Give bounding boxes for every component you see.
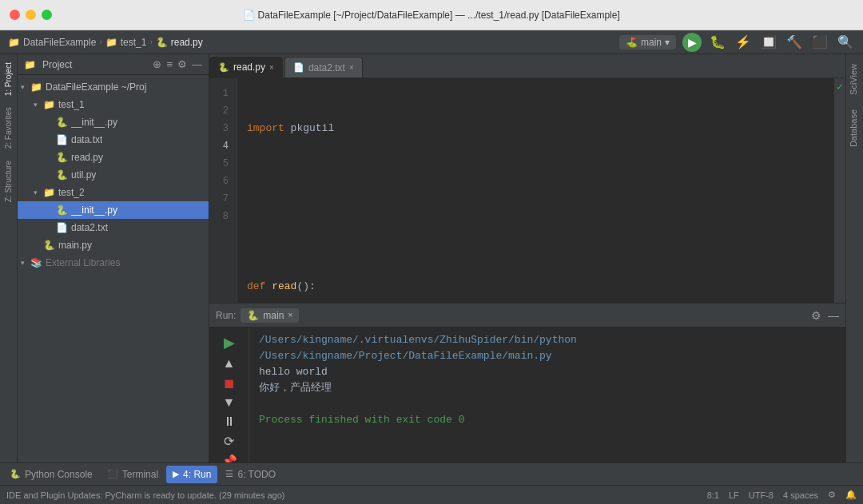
run-tab-icon-bottom: ▶ <box>173 469 179 479</box>
run-panel-icons: ⚙ — <box>811 309 839 322</box>
python-icon-util: 🐍 <box>56 169 68 181</box>
status-indent[interactable]: 4 spaces <box>783 490 818 500</box>
kw-import: import <box>247 122 291 134</box>
run-tab-icon: 🐍 <box>247 310 259 321</box>
run-output-line-1: hello world <box>259 364 836 380</box>
code-editor[interactable]: 1 2 3 4 5 6 7 8 import pkgutil def read(… <box>209 78 845 303</box>
status-linesep[interactable]: LF <box>729 490 739 500</box>
titlebar-title: 📄 DataFileExample [~/Project/DataFileExa… <box>243 10 620 21</box>
terminal-icon: ⬛ <box>107 469 118 479</box>
code-line-2 <box>247 173 828 190</box>
tree-settings-icon[interactable]: ⚙ <box>177 58 187 70</box>
list-item[interactable]: 🐍 util.py <box>18 166 209 184</box>
sidebar-item-structure[interactable]: Z: Structure <box>2 156 14 207</box>
python-console-icon: 🐍 <box>10 469 21 479</box>
tab-data2-txt[interactable]: 📄 data2.txt × <box>284 57 363 77</box>
run-pin-button[interactable]: 📌 <box>219 454 240 462</box>
tree-add-icon[interactable]: ⊕ <box>153 58 161 70</box>
build-button[interactable]: 🔨 <box>785 33 804 51</box>
tab-read-py[interactable]: 🐍 read.py × <box>209 57 283 77</box>
line-numbers: 1 2 3 4 5 6 7 8 <box>209 78 237 303</box>
list-item[interactable]: 📄 data.txt <box>18 131 209 149</box>
breadcrumb-label-file: read.py <box>171 37 203 48</box>
run-stop-button[interactable]: ◼ <box>219 375 240 391</box>
run-play-button[interactable]: ▶ <box>219 334 240 351</box>
list-item[interactable]: ▾ 📁 test_1 <box>18 96 209 113</box>
status-encoding[interactable]: UTF-8 <box>749 490 774 500</box>
tab-close-data2[interactable]: × <box>349 63 354 72</box>
tree-header-icons: ⊕ ≡ ⚙ — <box>153 58 202 70</box>
sidebar-item-favorites[interactable]: 2: Favorites <box>2 102 14 153</box>
right-sidebar: SciView Database <box>845 54 863 462</box>
tab-close-read[interactable]: × <box>269 63 274 72</box>
status-settings-icon[interactable]: ⚙ <box>828 490 836 500</box>
run-label: Run: <box>216 310 236 321</box>
run-output-line-4: Process finished with exit code 0 <box>259 412 836 428</box>
run-button[interactable]: ▶ <box>682 33 702 52</box>
breadcrumb-item-file[interactable]: 🐍 read.py <box>156 37 203 48</box>
run-side-controls: ▶ ▲ ◼ ▼ ⏸ ⟳ 📌 <box>209 327 249 462</box>
sidebar-item-sciview[interactable]: SciView <box>846 58 863 101</box>
run-up-button[interactable]: ▲ <box>219 356 240 371</box>
run-rerun-button[interactable]: ⟳ <box>219 434 240 449</box>
profile-button[interactable]: ⚡ <box>734 33 753 51</box>
run-settings-icon[interactable]: ⚙ <box>811 309 821 322</box>
run-body: ▶ ▲ ◼ ▼ ⏸ ⟳ 📌 /Users/kingname/.virtualen… <box>209 327 845 462</box>
breadcrumb-item-test1[interactable]: 📁 test_1 <box>105 37 147 48</box>
tab-python-console[interactable]: 🐍 Python Console <box>3 466 99 483</box>
tree-collapse-icon[interactable]: ≡ <box>166 58 173 70</box>
list-item[interactable]: ▾ 📁 test_2 <box>18 184 209 201</box>
run-minimize-icon[interactable]: — <box>828 309 839 322</box>
tab-todo[interactable]: ☰ 6: TODO <box>219 466 282 483</box>
app-container: 📄 DataFileExample [~/Project/DataFileExa… <box>0 0 863 504</box>
run-pause-button[interactable]: ⏸ <box>219 415 240 429</box>
folder-icon-test1: 📁 <box>43 99 55 110</box>
maximize-button[interactable] <box>42 10 52 20</box>
line-num-7: 7 <box>209 190 232 208</box>
stop-button[interactable]: ⬛ <box>810 33 829 51</box>
tab-label-terminal: Terminal <box>122 469 158 480</box>
file-tree-title: Project <box>42 59 146 70</box>
folder-icon-test2: 📁 <box>43 187 55 198</box>
list-item[interactable]: 🐍 read.py <box>18 149 209 166</box>
branch-selector[interactable]: ⛳ main ▾ <box>619 35 676 50</box>
tab-run[interactable]: ▶ 4: Run <box>166 466 217 483</box>
run-output: /Users/kingname/.virtualenvs/ZhihuSpider… <box>249 327 845 462</box>
status-message: IDE and Plugin Updates: PyCharm is ready… <box>6 490 704 500</box>
txt-icon-data2: 📄 <box>56 222 68 233</box>
line-num-5: 5 <box>209 155 232 173</box>
tree-label-test1: test_1 <box>58 99 85 110</box>
list-item[interactable]: 🐍 __init__.py <box>18 201 209 219</box>
list-item[interactable]: 🐍 __init__.py <box>18 113 209 131</box>
list-item[interactable]: 📄 data2.txt <box>18 219 209 236</box>
status-notif-icon[interactable]: 🔔 <box>845 490 857 500</box>
titlebar: 📄 DataFileExample [~/Project/DataFileExa… <box>0 0 863 30</box>
tree-close-icon[interactable]: — <box>192 58 202 70</box>
close-button[interactable] <box>10 10 20 20</box>
sidebar-item-project[interactable]: 1: Project <box>2 58 14 101</box>
debug-button[interactable]: 🐛 <box>708 33 727 51</box>
run-tab-close[interactable]: × <box>288 311 292 319</box>
status-position[interactable]: 8:1 <box>707 490 719 500</box>
tree-label-extlib: External Libraries <box>46 257 120 268</box>
search-button[interactable]: 🔍 <box>836 33 855 51</box>
run-down-button[interactable]: ▼ <box>219 395 240 410</box>
run-tab-main[interactable]: 🐍 main × <box>241 308 299 323</box>
file-tree: 📁 Project ⊕ ≡ ⚙ — ▾ 📁 DataFileExample ~/… <box>18 54 209 462</box>
line-num-4: 4 <box>209 137 232 155</box>
minimize-button[interactable] <box>26 10 36 20</box>
list-item[interactable]: ▾ 📁 DataFileExample ~/Proj <box>18 78 209 96</box>
code-pkgutil: pkgutil <box>291 122 335 134</box>
txt-icon-data: 📄 <box>56 134 68 145</box>
coverage-button[interactable]: 🔲 <box>759 33 778 51</box>
code-content[interactable]: import pkgutil def read(): data_bytes = … <box>237 78 834 303</box>
fn-read: read <box>272 280 296 292</box>
code-line-4: def read(): <box>247 278 828 296</box>
tab-terminal[interactable]: ⬛ Terminal <box>101 466 165 483</box>
run-tab-label: main <box>263 310 284 321</box>
breadcrumb-item-project[interactable]: 📁 DataFileExample <box>8 37 96 48</box>
sidebar-item-database[interactable]: Database <box>846 103 863 153</box>
list-item[interactable]: 🐍 main.py <box>18 236 209 254</box>
line-num-6: 6 <box>209 173 232 190</box>
list-item[interactable]: ▾ 📚 External Libraries <box>18 254 209 272</box>
